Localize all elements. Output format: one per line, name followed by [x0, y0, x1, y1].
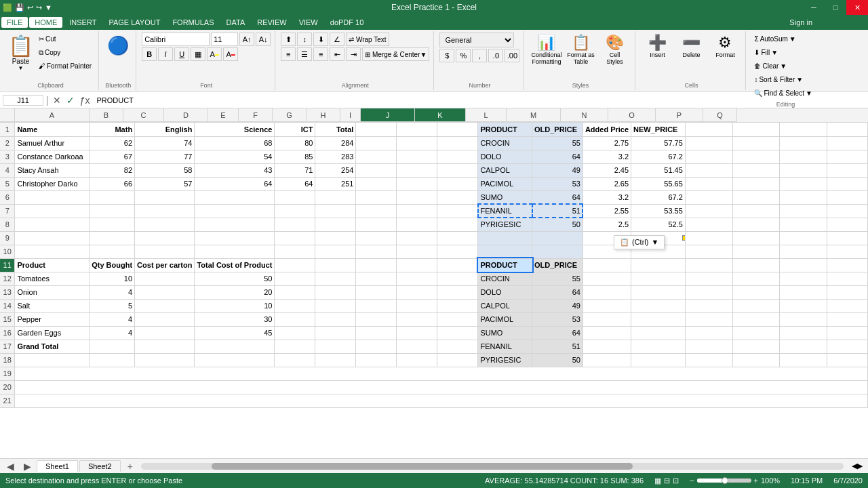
cell-k4[interactable]: 49: [532, 163, 583, 177]
cell-e4[interactable]: 71: [275, 163, 315, 177]
cell-m5[interactable]: 55.65: [631, 177, 686, 190]
row-num-11[interactable]: 11: [0, 258, 15, 272]
cell-styles-button[interactable]: 🎨 CellStyles: [598, 33, 631, 66]
cell-m3[interactable]: 67.2: [631, 150, 686, 163]
cell-k3[interactable]: 64: [532, 150, 583, 163]
cell-i10[interactable]: [437, 245, 478, 258]
cell-e7[interactable]: [275, 204, 315, 218]
cell-l13[interactable]: [583, 285, 631, 299]
ctrl-tooltip[interactable]: 📋 (Ctrl) ▼: [614, 235, 665, 249]
increase-font-button[interactable]: A↑: [239, 33, 254, 46]
cell-g8[interactable]: [356, 218, 397, 231]
increase-indent-button[interactable]: ⇥: [346, 47, 361, 61]
cell-q4[interactable]: [827, 163, 867, 177]
cell-g1[interactable]: [356, 123, 397, 136]
cell-n8[interactable]: [685, 218, 732, 231]
cell-i11[interactable]: [437, 258, 478, 272]
cell-k12[interactable]: 55: [532, 272, 583, 285]
cell-m17[interactable]: [631, 340, 686, 353]
cell-k1[interactable]: OLD_PRICE: [532, 123, 583, 136]
copy-button[interactable]: ⧉ Copy: [36, 46, 94, 59]
bluetooth-button[interactable]: 🔵: [104, 33, 132, 59]
cell-j16[interactable]: SUMO: [478, 326, 532, 340]
cell-b4[interactable]: 82: [90, 163, 135, 177]
cell-m11[interactable]: [631, 258, 686, 272]
cell-h5[interactable]: [397, 177, 437, 190]
cell-n1[interactable]: [685, 123, 732, 136]
cell-k17[interactable]: 51: [532, 340, 583, 353]
cell-g15[interactable]: [356, 312, 397, 326]
cell-l11[interactable]: [583, 258, 631, 272]
col-header-q[interactable]: Q: [703, 108, 737, 122]
cell-n17[interactable]: [685, 340, 732, 353]
cell-m15[interactable]: [631, 312, 686, 326]
cell-reference-input[interactable]: [3, 95, 43, 106]
cell-l14[interactable]: [583, 299, 631, 312]
cell-m1[interactable]: NEW_PRICE: [631, 123, 686, 136]
cell-g18[interactable]: [356, 353, 397, 367]
cell-a7[interactable]: [15, 204, 90, 218]
cell-c12[interactable]: [135, 272, 195, 285]
cell-e8[interactable]: [275, 218, 315, 231]
cell-g13[interactable]: [356, 285, 397, 299]
cell-d1[interactable]: Science: [195, 123, 275, 136]
col-header-g[interactable]: G: [273, 108, 307, 122]
cell-l1[interactable]: Added Price: [583, 123, 631, 136]
cell-p15[interactable]: [780, 312, 827, 326]
cell-m6[interactable]: 67.2: [631, 190, 686, 204]
row-num-7[interactable]: 7: [0, 204, 15, 218]
cell-e3[interactable]: 85: [275, 150, 315, 163]
cell-n3[interactable]: [685, 150, 732, 163]
cell-f2[interactable]: 284: [315, 136, 356, 150]
cell-q10[interactable]: [827, 245, 867, 258]
align-bottom-button[interactable]: ⬇: [313, 33, 328, 46]
cell-l17[interactable]: [583, 340, 631, 353]
cell-m16[interactable]: [631, 326, 686, 340]
cell-p17[interactable]: [780, 340, 827, 353]
sort-filter-button[interactable]: ↕ Sort & Filter▼: [751, 73, 819, 86]
cell-d4[interactable]: 43: [195, 163, 275, 177]
cell-e6[interactable]: [275, 190, 315, 204]
cell-n12[interactable]: [685, 272, 732, 285]
cell-f18[interactable]: [315, 353, 356, 367]
cell-m4[interactable]: 51.45: [631, 163, 686, 177]
cell-e12[interactable]: [275, 272, 315, 285]
cell-h3[interactable]: [397, 150, 437, 163]
cell-g17[interactable]: [356, 340, 397, 353]
cell-e16[interactable]: [275, 326, 315, 340]
format-button[interactable]: ⚙ Format: [709, 33, 741, 60]
menu-file[interactable]: FILE: [1, 17, 28, 28]
cell-e17[interactable]: [275, 340, 315, 353]
cell-d10[interactable]: [195, 245, 275, 258]
cell-k14[interactable]: 49: [532, 299, 583, 312]
cell-o3[interactable]: [732, 150, 780, 163]
cell-g3[interactable]: [356, 150, 397, 163]
cell-q11[interactable]: [827, 258, 867, 272]
row-num-12[interactable]: 12: [0, 272, 15, 285]
menu-page-layout[interactable]: PAGE LAYOUT: [103, 17, 165, 28]
row-num-18[interactable]: 18: [0, 353, 15, 367]
cell-row21[interactable]: [15, 394, 868, 407]
cell-a10[interactable]: [15, 245, 90, 258]
cell-i6[interactable]: [437, 190, 478, 204]
cell-h14[interactable]: [397, 299, 437, 312]
menu-home[interactable]: HOME: [29, 17, 62, 28]
close-button[interactable]: ✕: [846, 0, 868, 15]
col-header-p[interactable]: P: [656, 108, 703, 122]
cell-b7[interactable]: [90, 204, 135, 218]
cell-k13[interactable]: 64: [532, 285, 583, 299]
cell-p10[interactable]: [780, 245, 827, 258]
cell-d11[interactable]: Total Cost of Product: [195, 258, 275, 272]
zoom-slider[interactable]: [697, 479, 751, 483]
cell-c8[interactable]: [135, 218, 195, 231]
cell-b13[interactable]: 4: [90, 285, 135, 299]
cell-c7[interactable]: [135, 204, 195, 218]
cell-h10[interactable]: [397, 245, 437, 258]
conditional-formatting-button[interactable]: 📊 ConditionalFormatting: [530, 33, 563, 66]
cell-j11-selected[interactable]: PRODUCT: [478, 258, 532, 272]
cell-l2[interactable]: 2.75: [583, 136, 631, 150]
minimize-button[interactable]: ─: [803, 0, 825, 15]
cell-p16[interactable]: [780, 326, 827, 340]
col-header-j[interactable]: J: [361, 108, 415, 122]
cell-f7[interactable]: [315, 204, 356, 218]
